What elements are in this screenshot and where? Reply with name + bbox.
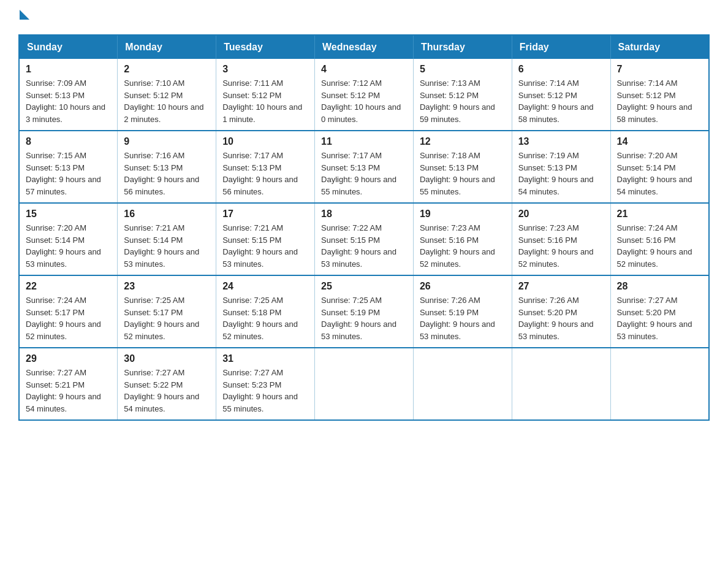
day-cell: 16Sunrise: 7:21 AMSunset: 5:14 PMDayligh… bbox=[118, 203, 216, 275]
day-number: 29 bbox=[26, 353, 111, 364]
day-info: Sunrise: 7:20 AMSunset: 5:14 PMDaylight:… bbox=[617, 150, 702, 197]
day-cell: 6Sunrise: 7:14 AMSunset: 5:12 PMDaylight… bbox=[512, 59, 610, 131]
day-number: 22 bbox=[26, 281, 111, 292]
day-cell: 17Sunrise: 7:21 AMSunset: 5:15 PMDayligh… bbox=[216, 203, 315, 275]
day-cell: 13Sunrise: 7:19 AMSunset: 5:13 PMDayligh… bbox=[512, 131, 610, 203]
weekday-header-row: SundayMondayTuesdayWednesdayThursdayFrid… bbox=[19, 35, 709, 59]
day-info: Sunrise: 7:27 AMSunset: 5:20 PMDaylight:… bbox=[617, 294, 702, 342]
day-info: Sunrise: 7:21 AMSunset: 5:14 PMDaylight:… bbox=[124, 222, 210, 270]
day-info: Sunrise: 7:11 AMSunset: 5:12 PMDaylight:… bbox=[222, 77, 308, 125]
day-info: Sunrise: 7:09 AMSunset: 5:13 PMDaylight:… bbox=[26, 77, 111, 125]
week-row-2: 8Sunrise: 7:15 AMSunset: 5:13 PMDaylight… bbox=[19, 131, 709, 203]
weekday-header-monday: Monday bbox=[118, 35, 216, 59]
day-info: Sunrise: 7:17 AMSunset: 5:13 PMDaylight:… bbox=[321, 150, 407, 197]
day-number: 1 bbox=[26, 64, 111, 75]
day-info: Sunrise: 7:26 AMSunset: 5:20 PMDaylight:… bbox=[518, 294, 604, 342]
day-info: Sunrise: 7:23 AMSunset: 5:16 PMDaylight:… bbox=[518, 222, 604, 270]
day-cell: 2Sunrise: 7:10 AMSunset: 5:12 PMDaylight… bbox=[118, 59, 216, 131]
day-info: Sunrise: 7:27 AMSunset: 5:23 PMDaylight:… bbox=[222, 367, 308, 415]
day-info: Sunrise: 7:25 AMSunset: 5:17 PMDaylight:… bbox=[124, 294, 210, 342]
day-number: 21 bbox=[617, 209, 702, 220]
day-cell: 28Sunrise: 7:27 AMSunset: 5:20 PMDayligh… bbox=[610, 275, 709, 348]
day-info: Sunrise: 7:18 AMSunset: 5:13 PMDaylight:… bbox=[420, 150, 506, 197]
day-number: 9 bbox=[124, 136, 210, 147]
day-cell bbox=[610, 348, 709, 420]
day-info: Sunrise: 7:24 AMSunset: 5:16 PMDaylight:… bbox=[617, 222, 702, 270]
calendar-table: SundayMondayTuesdayWednesdayThursdayFrid… bbox=[18, 34, 710, 421]
day-cell: 3Sunrise: 7:11 AMSunset: 5:12 PMDaylight… bbox=[216, 59, 315, 131]
day-cell: 20Sunrise: 7:23 AMSunset: 5:16 PMDayligh… bbox=[512, 203, 610, 275]
day-info: Sunrise: 7:13 AMSunset: 5:12 PMDaylight:… bbox=[420, 77, 506, 125]
day-info: Sunrise: 7:22 AMSunset: 5:15 PMDaylight:… bbox=[321, 222, 407, 270]
day-number: 18 bbox=[321, 209, 407, 220]
calendar-body: 1Sunrise: 7:09 AMSunset: 5:13 PMDaylight… bbox=[19, 59, 709, 420]
day-info: Sunrise: 7:23 AMSunset: 5:16 PMDaylight:… bbox=[420, 222, 506, 270]
day-cell: 11Sunrise: 7:17 AMSunset: 5:13 PMDayligh… bbox=[315, 131, 414, 203]
day-cell: 12Sunrise: 7:18 AMSunset: 5:13 PMDayligh… bbox=[413, 131, 512, 203]
day-number: 17 bbox=[222, 209, 308, 220]
day-number: 15 bbox=[26, 209, 111, 220]
day-number: 2 bbox=[124, 64, 210, 75]
day-info: Sunrise: 7:10 AMSunset: 5:12 PMDaylight:… bbox=[124, 77, 210, 125]
weekday-header-tuesday: Tuesday bbox=[216, 35, 315, 59]
day-number: 6 bbox=[518, 64, 604, 75]
day-info: Sunrise: 7:26 AMSunset: 5:19 PMDaylight:… bbox=[420, 294, 506, 342]
logo bbox=[18, 12, 29, 22]
day-number: 3 bbox=[222, 64, 308, 75]
day-info: Sunrise: 7:25 AMSunset: 5:18 PMDaylight:… bbox=[222, 294, 308, 342]
day-cell: 25Sunrise: 7:25 AMSunset: 5:19 PMDayligh… bbox=[315, 275, 414, 348]
weekday-header-sunday: Sunday bbox=[19, 35, 118, 59]
page-header bbox=[18, 12, 710, 22]
day-info: Sunrise: 7:14 AMSunset: 5:12 PMDaylight:… bbox=[617, 77, 702, 125]
day-info: Sunrise: 7:12 AMSunset: 5:12 PMDaylight:… bbox=[321, 77, 407, 125]
day-number: 13 bbox=[518, 136, 604, 147]
week-row-4: 22Sunrise: 7:24 AMSunset: 5:17 PMDayligh… bbox=[19, 275, 709, 348]
day-info: Sunrise: 7:21 AMSunset: 5:15 PMDaylight:… bbox=[222, 222, 308, 270]
day-cell: 26Sunrise: 7:26 AMSunset: 5:19 PMDayligh… bbox=[413, 275, 512, 348]
day-cell: 22Sunrise: 7:24 AMSunset: 5:17 PMDayligh… bbox=[19, 275, 118, 348]
day-cell: 1Sunrise: 7:09 AMSunset: 5:13 PMDaylight… bbox=[19, 59, 118, 131]
day-cell: 4Sunrise: 7:12 AMSunset: 5:12 PMDaylight… bbox=[315, 59, 414, 131]
day-cell: 24Sunrise: 7:25 AMSunset: 5:18 PMDayligh… bbox=[216, 275, 315, 348]
day-cell bbox=[315, 348, 414, 420]
day-info: Sunrise: 7:17 AMSunset: 5:13 PMDaylight:… bbox=[222, 150, 308, 197]
day-cell bbox=[512, 348, 610, 420]
day-cell: 31Sunrise: 7:27 AMSunset: 5:23 PMDayligh… bbox=[216, 348, 315, 420]
day-cell: 14Sunrise: 7:20 AMSunset: 5:14 PMDayligh… bbox=[610, 131, 709, 203]
day-cell: 15Sunrise: 7:20 AMSunset: 5:14 PMDayligh… bbox=[19, 203, 118, 275]
calendar-header: SundayMondayTuesdayWednesdayThursdayFrid… bbox=[19, 35, 709, 59]
weekday-header-wednesday: Wednesday bbox=[315, 35, 414, 59]
week-row-3: 15Sunrise: 7:20 AMSunset: 5:14 PMDayligh… bbox=[19, 203, 709, 275]
day-number: 20 bbox=[518, 209, 604, 220]
day-number: 28 bbox=[617, 281, 702, 292]
day-number: 31 bbox=[222, 353, 308, 364]
weekday-header-friday: Friday bbox=[512, 35, 610, 59]
day-number: 7 bbox=[617, 64, 702, 75]
day-number: 19 bbox=[420, 209, 506, 220]
day-cell: 5Sunrise: 7:13 AMSunset: 5:12 PMDaylight… bbox=[413, 59, 512, 131]
day-cell: 21Sunrise: 7:24 AMSunset: 5:16 PMDayligh… bbox=[610, 203, 709, 275]
day-cell: 27Sunrise: 7:26 AMSunset: 5:20 PMDayligh… bbox=[512, 275, 610, 348]
day-number: 25 bbox=[321, 281, 407, 292]
day-number: 27 bbox=[518, 281, 604, 292]
logo-triangle-icon bbox=[20, 10, 29, 20]
day-info: Sunrise: 7:15 AMSunset: 5:13 PMDaylight:… bbox=[26, 150, 111, 197]
day-number: 10 bbox=[222, 136, 308, 147]
day-number: 4 bbox=[321, 64, 407, 75]
day-number: 11 bbox=[321, 136, 407, 147]
day-number: 23 bbox=[124, 281, 210, 292]
day-number: 16 bbox=[124, 209, 210, 220]
day-info: Sunrise: 7:16 AMSunset: 5:13 PMDaylight:… bbox=[124, 150, 210, 197]
weekday-header-thursday: Thursday bbox=[413, 35, 512, 59]
day-cell: 19Sunrise: 7:23 AMSunset: 5:16 PMDayligh… bbox=[413, 203, 512, 275]
day-cell: 29Sunrise: 7:27 AMSunset: 5:21 PMDayligh… bbox=[19, 348, 118, 420]
day-number: 14 bbox=[617, 136, 702, 147]
day-info: Sunrise: 7:14 AMSunset: 5:12 PMDaylight:… bbox=[518, 77, 604, 125]
day-info: Sunrise: 7:19 AMSunset: 5:13 PMDaylight:… bbox=[518, 150, 604, 197]
day-cell: 9Sunrise: 7:16 AMSunset: 5:13 PMDaylight… bbox=[118, 131, 216, 203]
day-cell: 30Sunrise: 7:27 AMSunset: 5:22 PMDayligh… bbox=[118, 348, 216, 420]
day-cell bbox=[413, 348, 512, 420]
day-cell: 7Sunrise: 7:14 AMSunset: 5:12 PMDaylight… bbox=[610, 59, 709, 131]
day-number: 12 bbox=[420, 136, 506, 147]
day-cell: 23Sunrise: 7:25 AMSunset: 5:17 PMDayligh… bbox=[118, 275, 216, 348]
